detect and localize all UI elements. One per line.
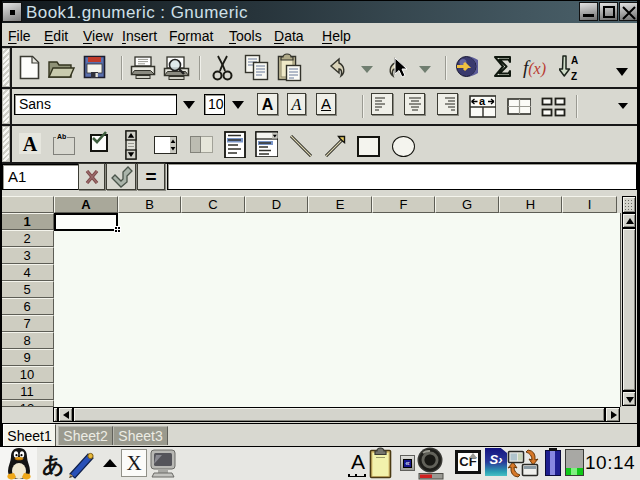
svg-text:A: A	[571, 55, 578, 66]
svg-text:A: A	[351, 450, 365, 473]
svg-text:Z: Z	[571, 71, 577, 81]
svg-text:a: a	[479, 95, 486, 107]
